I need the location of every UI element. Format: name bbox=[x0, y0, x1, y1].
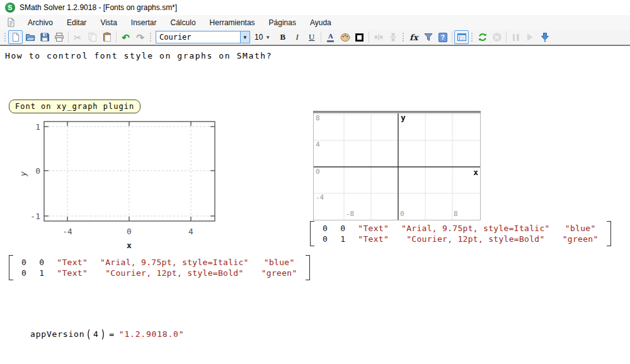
color-bar bbox=[327, 40, 334, 42]
menu-ayuda[interactable]: Ayuda bbox=[303, 16, 338, 29]
cut-button[interactable]: ✂ bbox=[71, 30, 85, 44]
align-horizontal-icon bbox=[374, 32, 384, 42]
toolbar-grip bbox=[149, 32, 152, 42]
stop-button[interactable]: ✕ bbox=[490, 30, 504, 44]
border-button[interactable] bbox=[352, 30, 367, 44]
save-button[interactable] bbox=[37, 30, 52, 44]
chevron-down-icon[interactable]: ▼ bbox=[240, 31, 249, 43]
matrix-row: 0 0 "Text" "Arial, 9.75pt, style=Italic"… bbox=[15, 257, 304, 268]
recalculate-button[interactable] bbox=[475, 30, 490, 44]
toolbar-separator bbox=[321, 31, 321, 43]
italic-button[interactable]: I bbox=[290, 30, 304, 44]
pause-button[interactable] bbox=[508, 30, 523, 44]
font-size-select[interactable]: 10 ▼ bbox=[252, 33, 273, 42]
font-family-select[interactable]: Courier ▼ bbox=[156, 31, 250, 43]
open-paren: ( bbox=[86, 327, 92, 341]
right-plot-xtick: 8 bbox=[454, 210, 458, 218]
font-color-button[interactable]: A bbox=[323, 30, 338, 44]
right-plot-xtick: -8 bbox=[346, 210, 354, 218]
redo-button[interactable]: ↷ bbox=[133, 30, 147, 44]
toolbar-separator bbox=[452, 31, 452, 43]
toolbar: ✂ ↶ ↷ Courier ▼ 10 bbox=[0, 30, 630, 46]
matrix-row: 0 0 "Text" "Arial, 9.75pt, style=Italic"… bbox=[316, 223, 605, 234]
left-plot-ylabel: y bbox=[18, 171, 28, 177]
left-plot-xtick: 4 bbox=[188, 227, 193, 236]
menu-herramientas[interactable]: Herramientas bbox=[203, 16, 262, 29]
font-family-value: Courier bbox=[159, 33, 192, 42]
underline-button[interactable]: U bbox=[304, 30, 319, 44]
right-plot-xlabel: x bbox=[473, 168, 478, 177]
toolbar-separator bbox=[116, 31, 117, 43]
insert-function-button[interactable]: fx bbox=[406, 30, 421, 44]
menu-editar[interactable]: Editar bbox=[60, 16, 93, 29]
right-plot-ylabel: y bbox=[401, 113, 406, 122]
window-title: SMath Solver 1.2.9018 - [Fonts on graphs… bbox=[20, 3, 177, 12]
toolbar-grip bbox=[402, 32, 404, 42]
paste-button[interactable] bbox=[100, 30, 114, 44]
font-matrix-right[interactable]: 0 0 "Text" "Arial, 9.75pt, style=Italic"… bbox=[310, 221, 611, 246]
toolbar-separator bbox=[68, 31, 69, 43]
menu-vista[interactable]: Vista bbox=[93, 16, 123, 29]
left-plot-ytick: -1 bbox=[30, 212, 40, 221]
funnel-icon bbox=[423, 32, 433, 42]
right-plot-ytick: 0 bbox=[316, 168, 320, 176]
title-bar: S SMath Solver 1.2.9018 - [Fonts on grap… bbox=[0, 0, 630, 15]
step-down-arrow-icon bbox=[540, 32, 550, 42]
function-arg: 4 bbox=[93, 329, 99, 339]
filter-button[interactable] bbox=[421, 30, 435, 44]
toolbar-grip bbox=[471, 32, 473, 42]
play-icon bbox=[527, 33, 533, 41]
heading-text[interactable]: How to control font style on graphs on S… bbox=[5, 51, 272, 60]
help-book-icon: ? bbox=[438, 33, 447, 42]
border-icon bbox=[355, 33, 364, 42]
close-paren: ) bbox=[100, 327, 106, 341]
smath-logo-icon: S bbox=[5, 3, 15, 13]
step-button[interactable] bbox=[537, 30, 552, 44]
menu-archivo[interactable]: Archivo bbox=[21, 16, 60, 29]
menu-bar: Archivo Editar Vista Insertar Cálculo He… bbox=[0, 15, 630, 30]
version-value: "1.2.9018.0" bbox=[119, 329, 185, 339]
pause-icon bbox=[513, 34, 519, 41]
xy-graph-plot[interactable]: 1 0 -1 -4 0 4 y x bbox=[18, 120, 226, 253]
right-plot-ytick: -4 bbox=[316, 193, 324, 202]
open-button[interactable] bbox=[23, 30, 37, 44]
align-vertical-icon bbox=[388, 32, 398, 42]
smath-window: S SMath Solver 1.2.9018 - [Fonts on grap… bbox=[0, 0, 630, 364]
copy-button[interactable] bbox=[85, 30, 100, 44]
document-icon bbox=[6, 18, 16, 27]
toolbar-grip bbox=[4, 32, 6, 42]
units-help-button[interactable]: ? bbox=[435, 30, 450, 44]
stop-icon: ✕ bbox=[493, 33, 501, 42]
menu-paginas[interactable]: Páginas bbox=[262, 16, 303, 29]
bold-button[interactable]: B bbox=[275, 30, 290, 44]
right-plot-xtick: 0 bbox=[400, 210, 404, 218]
worksheet[interactable]: How to control font style on graphs on S… bbox=[0, 47, 630, 364]
label-box[interactable]: Font on xy_graph plugin bbox=[9, 100, 140, 113]
left-plot-xtick: -4 bbox=[62, 227, 72, 236]
options-dialog-button[interactable] bbox=[454, 30, 469, 44]
align-horizontal-button[interactable] bbox=[371, 30, 386, 44]
menu-insertar[interactable]: Insertar bbox=[124, 16, 164, 29]
play-button[interactable] bbox=[523, 30, 537, 44]
chevron-down-icon[interactable]: ▼ bbox=[265, 35, 270, 40]
print-button[interactable] bbox=[52, 30, 66, 44]
function-name: appVersion bbox=[30, 329, 84, 339]
app-version-expression[interactable]: appVersion(4)="1.2.9018.0" bbox=[30, 327, 184, 341]
font-matrix-left[interactable]: 0 0 "Text" "Arial, 9.75pt, style=Italic"… bbox=[9, 255, 310, 280]
undo-button[interactable]: ↶ bbox=[118, 30, 133, 44]
left-plot-ytick: 0 bbox=[35, 166, 40, 176]
dialog-icon bbox=[457, 32, 467, 42]
background-color-button[interactable] bbox=[338, 30, 352, 44]
matrix-row: 0 1 "Text" "Courier, 12pt, style=Bold" "… bbox=[15, 268, 304, 278]
toolbar-separator bbox=[506, 31, 507, 43]
align-vertical-button[interactable] bbox=[386, 30, 400, 44]
new-button[interactable] bbox=[8, 30, 23, 44]
menu-calculo[interactable]: Cálculo bbox=[164, 16, 203, 29]
refresh-icon bbox=[478, 32, 488, 42]
graph-2d-region[interactable]: 8 4 0 -4 -8 0 8 y x bbox=[313, 111, 481, 220]
left-plot-xtick: 0 bbox=[127, 227, 132, 236]
font-size-value: 10 bbox=[255, 33, 263, 42]
matrix-row: 0 1 "Text" "Courier, 12pt, style=Bold" "… bbox=[316, 234, 605, 244]
right-plot-ytick: 8 bbox=[316, 114, 320, 122]
left-plot-ytick: 1 bbox=[35, 122, 40, 132]
